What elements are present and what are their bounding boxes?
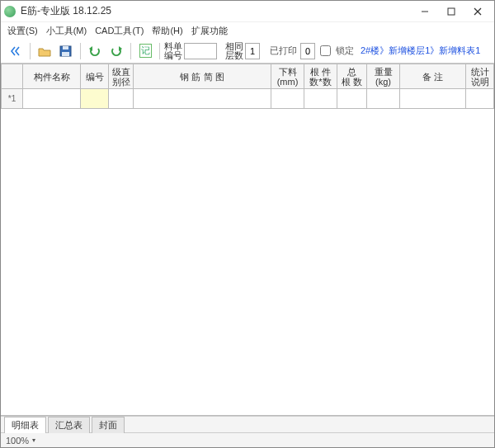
svg-rect-5 bbox=[63, 46, 68, 50]
toolbar: 记 料单编号 相同层数 已打印 锁定 2#楼》新增楼层1》新增料表1 bbox=[1, 39, 494, 64]
close-button[interactable] bbox=[464, 2, 491, 21]
cell-rebar-sketch[interactable] bbox=[134, 89, 271, 109]
app-icon bbox=[4, 6, 16, 17]
maximize-button[interactable] bbox=[438, 2, 464, 21]
undo-button[interactable] bbox=[85, 41, 105, 61]
header-rownum[interactable] bbox=[2, 64, 23, 89]
record-icon: 记 bbox=[139, 44, 152, 58]
header-grade-dia[interactable]: 级直别径 bbox=[109, 64, 134, 89]
cell-component-name[interactable] bbox=[23, 89, 81, 109]
header-weight[interactable]: 重量(kg) bbox=[367, 64, 400, 89]
redo-button[interactable] bbox=[106, 41, 126, 61]
header-stat-note[interactable]: 统计说明 bbox=[466, 64, 494, 89]
menu-settings[interactable]: 设置(S) bbox=[4, 23, 41, 39]
floppy-disk-icon bbox=[59, 45, 73, 57]
header-rebar-sketch[interactable]: 钢 筋 简 图 bbox=[134, 64, 271, 89]
row-number-cell[interactable]: *1 bbox=[2, 89, 23, 109]
cell-stat-note[interactable] bbox=[466, 89, 494, 109]
zoom-dropdown-icon[interactable]: ▾ bbox=[32, 436, 35, 444]
cell-per-qty[interactable] bbox=[304, 89, 337, 109]
count-input[interactable] bbox=[245, 43, 260, 59]
table-row[interactable]: *1 bbox=[2, 89, 494, 109]
cell-remark[interactable] bbox=[400, 89, 466, 109]
printed-input[interactable] bbox=[300, 43, 315, 59]
cell-number[interactable] bbox=[81, 89, 109, 109]
lock-checkbox[interactable] bbox=[320, 45, 331, 56]
redo-arrow-icon bbox=[110, 45, 123, 57]
record-button[interactable]: 记 bbox=[135, 41, 155, 61]
count-label: 相同层数 bbox=[225, 42, 243, 60]
menu-bar: 设置(S) 小工具(M) CAD工具(T) 帮助(H) 扩展功能 bbox=[1, 22, 494, 39]
zoom-level[interactable]: 100% bbox=[6, 436, 29, 446]
menu-tools[interactable]: 小工具(M) bbox=[43, 23, 91, 39]
open-button[interactable] bbox=[35, 41, 54, 61]
printed-label: 已打印 bbox=[270, 46, 297, 55]
cell-weight[interactable] bbox=[367, 89, 400, 109]
code-input[interactable] bbox=[184, 43, 217, 59]
lock-label: 锁定 bbox=[336, 46, 354, 55]
minimize-button[interactable] bbox=[412, 2, 438, 21]
data-grid-container[interactable]: 构件名称 编号 级直别径 钢 筋 简 图 下料(mm) 根 件数*数 总根 数 … bbox=[1, 64, 494, 416]
breadcrumb[interactable]: 2#楼》新增楼层1》新增料表1 bbox=[361, 45, 480, 57]
code-label: 料单编号 bbox=[164, 42, 182, 60]
undo-arrow-icon bbox=[88, 45, 101, 57]
header-row: 构件名称 编号 级直别径 钢 筋 简 图 下料(mm) 根 件数*数 总根 数 … bbox=[2, 64, 494, 89]
svg-rect-6 bbox=[62, 52, 69, 56]
chevron-double-left-icon bbox=[9, 45, 22, 57]
svg-rect-1 bbox=[448, 8, 455, 15]
tab-summary[interactable]: 汇总表 bbox=[48, 417, 90, 433]
menu-help[interactable]: 帮助(H) bbox=[148, 23, 186, 39]
menu-extensions[interactable]: 扩展功能 bbox=[188, 23, 231, 39]
cell-total-qty[interactable] bbox=[337, 89, 367, 109]
header-component-name[interactable]: 构件名称 bbox=[23, 64, 81, 89]
save-button[interactable] bbox=[56, 41, 76, 61]
menu-cad-tools[interactable]: CAD工具(T) bbox=[92, 23, 147, 39]
tab-detail[interactable]: 明细表 bbox=[4, 417, 46, 433]
tab-cover[interactable]: 封面 bbox=[92, 417, 125, 433]
header-cut-len[interactable]: 下料(mm) bbox=[271, 64, 304, 89]
header-total-qty[interactable]: 总根 数 bbox=[337, 64, 367, 89]
collapse-button[interactable] bbox=[6, 41, 26, 61]
status-bar: 100% ▾ bbox=[1, 432, 494, 447]
title-bar: E筋-专业版 18.12.25 bbox=[1, 1, 494, 22]
cell-grade-dia[interactable] bbox=[109, 89, 134, 109]
window-title: E筋-专业版 18.12.25 bbox=[21, 4, 412, 18]
header-per-qty[interactable]: 根 件数*数 bbox=[304, 64, 337, 89]
data-grid: 构件名称 编号 级直别径 钢 筋 简 图 下料(mm) 根 件数*数 总根 数 … bbox=[1, 64, 494, 109]
header-number[interactable]: 编号 bbox=[81, 64, 109, 89]
header-remark[interactable]: 备 注 bbox=[400, 64, 466, 89]
cell-cut-len[interactable] bbox=[271, 89, 304, 109]
sheet-tab-bar: 明细表 汇总表 封面 bbox=[1, 416, 494, 432]
folder-open-icon bbox=[38, 45, 51, 57]
